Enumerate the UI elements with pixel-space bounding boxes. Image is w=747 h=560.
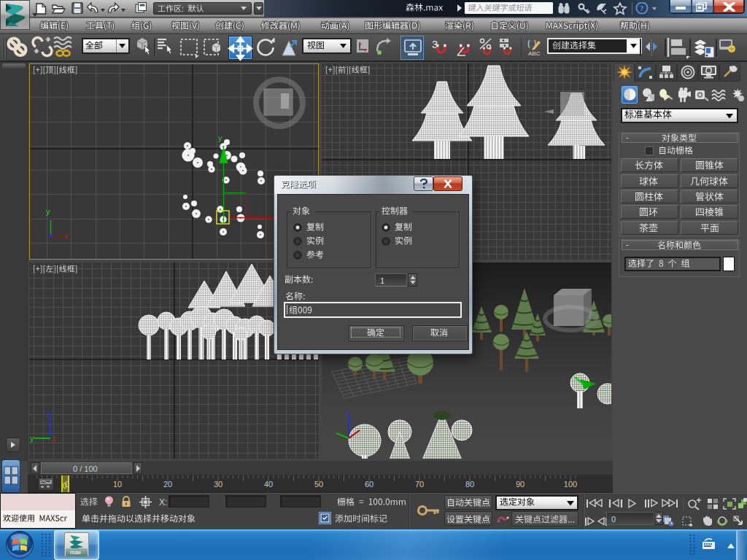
svg-text:0: 0 [63, 482, 67, 490]
svg-text:z: z [345, 410, 349, 419]
svg-text:y: y [46, 207, 50, 216]
svg-text:y: y [218, 133, 222, 142]
svg-text:50: 50 [314, 480, 323, 489]
svg-text:z: z [47, 410, 51, 419]
svg-text:?: ? [640, 4, 644, 12]
svg-text:70: 70 [415, 480, 424, 489]
svg-text:x: x [64, 232, 69, 241]
svg-text:90: 90 [516, 480, 525, 489]
svg-text:x: x [52, 434, 56, 443]
svg-text:1: 1 [380, 276, 384, 285]
svg-text:80: 80 [465, 480, 474, 489]
svg-text:30: 30 [214, 480, 222, 489]
svg-text:100: 100 [564, 480, 577, 489]
svg-text:10: 10 [113, 480, 122, 489]
svg-text:y: y [30, 434, 34, 443]
svg-text:60: 60 [365, 480, 374, 489]
svg-text:max: max [70, 549, 81, 556]
svg-text:X:: X: [159, 497, 167, 508]
svg-text:20: 20 [163, 480, 172, 489]
svg-text:40: 40 [264, 480, 273, 489]
svg-text:0: 0 [611, 515, 616, 524]
svg-text:0 / 100: 0 / 100 [73, 464, 98, 473]
